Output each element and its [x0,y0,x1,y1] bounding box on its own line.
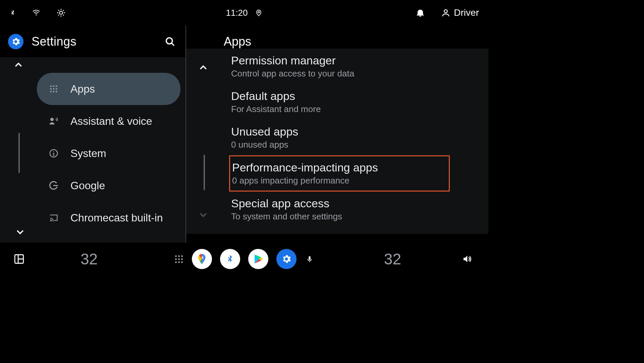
sidebar-item-google[interactable]: Google [37,169,180,202]
sidebar-item-label: Google [70,179,105,192]
svg-point-0 [36,15,37,16]
detail-scroll-up[interactable] [198,63,208,74]
detail-item-subtitle: Control app access to your data [231,68,488,79]
sidebar-item-label: System [70,147,106,160]
mic-icon[interactable] [305,254,315,264]
svg-point-7 [56,86,57,87]
detail-item-subtitle: For Assistant and more [231,104,488,114]
detail-scroll-down[interactable] [198,210,208,221]
status-bar: 11:20 Driver [0,0,488,25]
detail-item-subtitle: To system and other settings [231,211,488,222]
svg-point-3 [444,10,447,13]
detail-pane: Apps Permission manager Control app acce… [186,25,488,243]
sidebar-item-chromecast[interactable]: Chromecast built-in [37,202,180,234]
google-g-icon [47,180,60,191]
assistant-voice-icon [47,116,60,126]
dock-center [174,249,315,269]
sidebar-title: Settings [32,35,76,49]
svg-point-16 [50,220,51,221]
svg-point-12 [53,91,55,93]
sidebar-item-label: Assistant & voice [70,115,152,127]
detail-title: Apps [224,35,251,49]
sidebar-item-label: Chromecast built-in [70,212,163,224]
detail-item-unused-apps[interactable]: Unused apps 0 unused apps [231,120,488,155]
profile-label: Driver [454,7,479,18]
temperature-right[interactable]: 32 [384,250,401,268]
detail-item-title: Permission manager [231,54,488,67]
apps-grid-icon [47,84,60,94]
dock-app-bluetooth[interactable] [220,249,240,269]
sidebar-scroll-up[interactable] [0,57,185,73]
bluetooth-icon [9,8,16,18]
dock-app-settings[interactable] [276,249,297,269]
detail-item-performance-impacting-apps[interactable]: Performance-impacting apps 0 apps impact… [229,155,450,192]
status-left [9,8,66,18]
sidebar-header: Settings [0,25,185,57]
temperature-left[interactable]: 32 [80,250,98,268]
svg-point-2 [258,11,260,13]
detail-scrollbar[interactable] [204,155,205,190]
profile-button[interactable]: Driver [441,7,479,18]
sidebar-item-assistant[interactable]: Assistant & voice [37,105,180,137]
settings-gear-badge [8,34,23,49]
svg-point-6 [53,86,55,87]
info-icon [47,148,60,158]
svg-point-1 [59,11,62,14]
main-content: Settings Apps As [0,25,488,243]
svg-point-8 [50,88,52,90]
volume-icon[interactable] [461,254,473,264]
detail-item-title: Special app access [231,197,488,210]
detail-item-special-app-access[interactable]: Special app access To system and other s… [231,192,488,227]
person-icon [441,8,450,17]
cast-icon [47,213,60,222]
status-right: Driver [416,7,479,18]
sidebar-scroll-down[interactable] [13,225,27,239]
bottom-dock: 32 32 [0,243,488,275]
detail-body: Permission manager Control app access to… [186,49,488,234]
dock-app-play-store[interactable] [248,249,268,269]
dock-app-maps[interactable] [192,249,212,269]
location-icon [255,8,263,18]
clock-time: 11:20 [226,8,248,18]
detail-items: Permission manager Control app access to… [216,49,488,227]
sidebar-item-label: Apps [70,83,95,95]
search-button[interactable] [163,34,177,49]
detail-item-title: Performance-impacting apps [230,161,449,174]
svg-point-4 [166,38,172,44]
detail-item-title: Default apps [231,90,488,103]
sidebar-item-system[interactable]: System [37,137,180,169]
svg-point-14 [50,118,54,121]
detail-item-subtitle: 0 apps impacting performance [230,175,449,186]
svg-point-10 [56,88,57,90]
svg-point-11 [50,91,52,93]
detail-item-default-apps[interactable]: Default apps For Assistant and more [231,84,488,120]
dashboard-icon[interactable] [13,253,25,265]
svg-point-9 [53,88,55,90]
svg-point-13 [56,91,57,93]
sidebar-body: Apps Assistant & voice System [0,57,185,243]
svg-point-5 [50,86,52,87]
detail-item-title: Unused apps [231,125,488,138]
settings-sidebar: Settings Apps As [0,25,186,243]
app-launcher-icon[interactable] [174,254,184,264]
status-center: 11:20 [226,8,262,18]
wifi-icon [31,9,42,17]
sidebar-scrollbar[interactable] [18,133,20,173]
bell-icon[interactable] [416,8,425,18]
sidebar-items: Apps Assistant & voice System [0,73,185,234]
brightness-icon [56,8,66,17]
sidebar-item-apps[interactable]: Apps [37,73,180,105]
detail-item-permission-manager[interactable]: Permission manager Control app access to… [231,49,488,84]
detail-item-subtitle: 0 unused apps [231,140,488,150]
